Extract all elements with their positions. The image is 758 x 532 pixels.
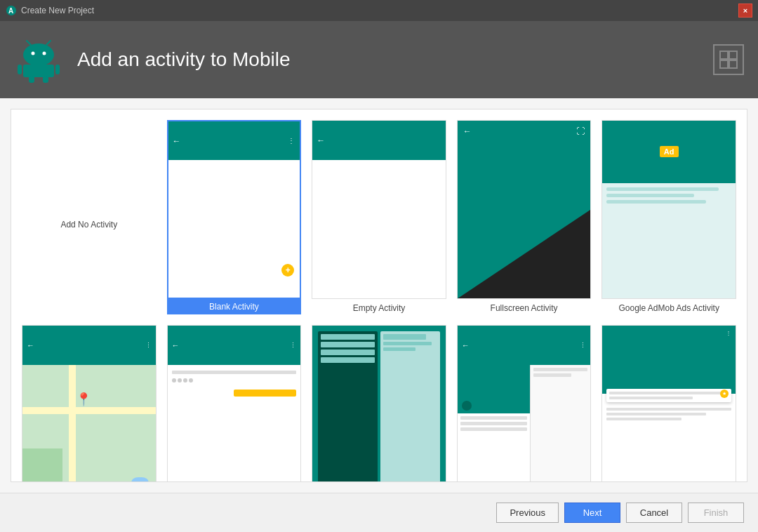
activity-item-scrolling[interactable]: ⋮ ★ Scrolling Activity xyxy=(601,325,736,482)
svg-line-5 xyxy=(27,41,31,45)
activity-item-admob[interactable]: Ad Google AdMob Ads Activity xyxy=(601,120,736,314)
window-title: Create New Project xyxy=(21,6,738,15)
nav-drawer-thumb: ← ⋮ xyxy=(457,325,592,482)
empty-thumb: ← xyxy=(312,120,446,299)
page-header: Add an activity to Mobile xyxy=(0,21,758,98)
activity-grid: Add No Activity ← ⋮ + Blank Activity ← E… xyxy=(11,109,747,482)
svg-rect-10 xyxy=(29,76,34,83)
nav-top-bar: ← ⋮ xyxy=(458,326,591,365)
back-arrow-icon: ← xyxy=(317,135,325,145)
cancel-button[interactable]: Cancel xyxy=(626,503,682,523)
back-arrow-icon: ← xyxy=(463,126,472,136)
drawer-item xyxy=(460,427,527,431)
scrolling-card xyxy=(606,389,731,402)
svg-rect-7 xyxy=(23,65,54,77)
back-arrow-icon: ← xyxy=(173,136,181,146)
page-title: Add an activity to Mobile xyxy=(77,48,713,71)
content-line xyxy=(606,194,693,197)
menu-dots-icon: ⋮ xyxy=(145,342,152,349)
ad-badge: Ad xyxy=(660,146,679,157)
scrolling-top-bar: ⋮ ★ xyxy=(602,326,736,393)
drawer-avatar xyxy=(462,401,472,411)
activity-item-no-activity[interactable]: Add No Activity xyxy=(22,120,157,314)
blank-activity-label: Blank Activity xyxy=(167,299,302,314)
layout-toggle-icon[interactable] xyxy=(713,44,744,75)
back-arrow-icon: ← xyxy=(27,341,34,350)
drawer-item xyxy=(460,422,527,425)
activity-item-nav-drawer[interactable]: ← ⋮ xyxy=(457,325,592,482)
activity-item-empty[interactable]: ← Empty Activity xyxy=(312,120,446,314)
scrolling-thumb: ⋮ ★ xyxy=(601,325,736,482)
menu-dots-icon: ⋮ xyxy=(288,137,295,145)
menu-dots-icon: ⋮ xyxy=(580,342,586,349)
drawer-item xyxy=(460,416,527,420)
svg-rect-14 xyxy=(720,60,728,68)
svg-rect-12 xyxy=(720,51,728,59)
previous-button[interactable]: Previous xyxy=(496,503,559,523)
menu-dots-icon: ⋮ xyxy=(726,330,731,336)
password-dot xyxy=(183,378,187,383)
password-dot xyxy=(178,378,182,383)
body-line xyxy=(606,408,731,411)
detail-line xyxy=(383,347,415,351)
username-field xyxy=(172,371,297,374)
menu-dots-icon: ⋮ xyxy=(290,342,296,349)
detail-line xyxy=(383,342,432,345)
svg-line-6 xyxy=(46,41,51,45)
main-content: Add No Activity ← ⋮ + Blank Activity ← E… xyxy=(0,98,758,493)
next-button[interactable]: Next xyxy=(564,503,620,523)
activity-item-fullscreen[interactable]: ← ⛶ Fullscreen Activity xyxy=(457,120,592,314)
no-activity-label: Add No Activity xyxy=(60,220,117,230)
master-detail-layout xyxy=(318,331,440,482)
login-top-bar: ← ⋮ xyxy=(168,326,301,365)
activity-item-maps[interactable]: ← ⋮ 📍 Google Maps Activity xyxy=(22,325,157,482)
close-button[interactable]: × xyxy=(738,4,752,18)
list-item xyxy=(321,357,375,363)
map-area: 📍 xyxy=(22,365,156,482)
list-item xyxy=(321,350,375,355)
content-line xyxy=(533,373,571,377)
password-dot xyxy=(189,378,193,383)
login-button xyxy=(234,390,296,397)
content-line xyxy=(606,200,706,204)
grid-icon xyxy=(719,50,738,69)
fullscreen-thumb: ← ⛶ xyxy=(457,120,592,299)
list-item xyxy=(321,342,375,347)
star-fab-icon: ★ xyxy=(720,390,729,398)
svg-rect-11 xyxy=(43,76,48,83)
drawer-header xyxy=(458,365,530,413)
master-detail-thumb xyxy=(312,325,446,482)
activity-item-blank[interactable]: ← ⋮ + Blank Activity xyxy=(167,120,302,314)
maps-top-bar: ← ⋮ xyxy=(22,326,156,365)
android-logo xyxy=(14,35,63,84)
admob-thumb: Ad xyxy=(601,120,736,299)
card-line xyxy=(609,397,693,399)
back-arrow-icon: ← xyxy=(462,341,470,350)
fab-icon: + xyxy=(281,264,294,277)
footer: Previous Next Cancel Finish xyxy=(0,493,758,532)
detail-panel xyxy=(380,331,440,482)
water-area xyxy=(131,477,149,482)
svg-point-4 xyxy=(43,52,46,55)
svg-point-3 xyxy=(32,52,35,55)
finish-button[interactable]: Finish xyxy=(688,503,744,523)
card-line xyxy=(609,392,729,394)
road-horizontal xyxy=(22,407,156,414)
diagonal-bg xyxy=(458,210,591,299)
svg-point-2 xyxy=(23,44,54,66)
content-line xyxy=(606,187,719,191)
body-line xyxy=(606,418,681,420)
road-vertical xyxy=(69,365,76,482)
activity-item-master-detail[interactable]: Master/Detail Flow xyxy=(312,325,446,482)
fullscreen-activity-label: Fullscreen Activity xyxy=(491,303,558,313)
title-bar: A Create New Project × xyxy=(0,0,758,21)
nav-main-content xyxy=(531,365,590,482)
empty-activity-label: Empty Activity xyxy=(353,303,406,313)
admob-activity-label: Google AdMob Ads Activity xyxy=(618,303,719,313)
nav-drawer-panel xyxy=(458,365,531,482)
svg-rect-8 xyxy=(18,65,22,74)
blank-thumb: ← ⋮ + xyxy=(167,120,302,299)
app-icon: A xyxy=(6,5,17,16)
activity-item-login[interactable]: ← ⋮ Login Activity xyxy=(167,325,302,482)
password-dot xyxy=(172,378,176,383)
